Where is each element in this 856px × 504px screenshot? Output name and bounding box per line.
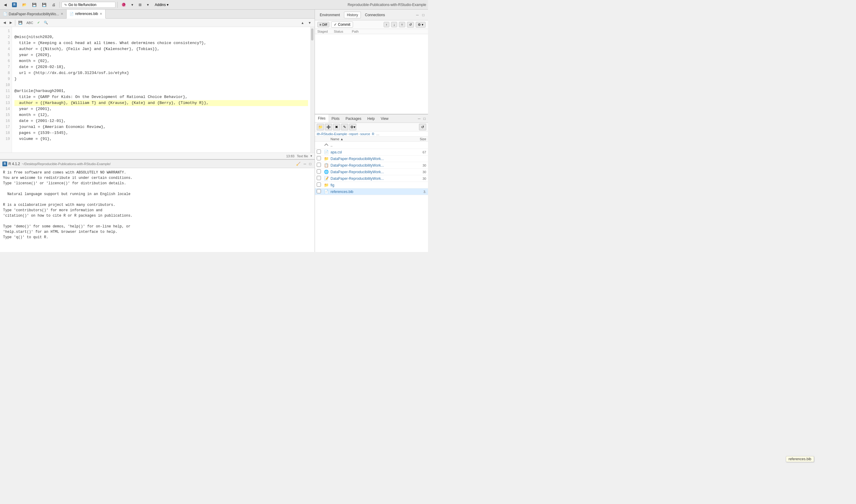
files-delete-btn[interactable]: ✖ [333,124,340,130]
file-checkbox-apa[interactable] [317,149,321,154]
console-controls: 🧹 ─ □ [295,162,312,166]
git-push-btn[interactable]: ↑ [383,22,390,27]
commit-btn[interactable]: ✓ Commit [331,22,353,28]
files-list-header: Name ▲ Size [315,137,428,142]
toolbar-open-btn[interactable]: 📂 [20,2,29,8]
editor-back-btn[interactable]: ◀ [2,20,7,25]
file-check-refbib[interactable] [317,189,324,194]
toolbar-save-all-btn[interactable]: 💾 [40,2,49,8]
file-row-datapaper-html[interactable]: 🌐 DataPaper-ReproducibilityWork... 30 [315,169,428,175]
files-minimize-btn[interactable]: ─ [416,116,422,121]
file-checkbox-dpfolder[interactable] [317,156,321,160]
toolbar-save-btn[interactable]: 💾 [30,2,39,8]
file-name-parent[interactable]: .. [330,143,410,147]
files-rename-btn[interactable]: ✎ [341,124,348,130]
files-tab-packages[interactable]: Packages [343,114,364,123]
file-row-references-bib[interactable]: 📄 references.bib 3. [315,188,428,195]
editor-spellcheck-btn[interactable]: ABC [25,20,35,25]
git-panel: Environment History Connections ─ □ ≡ Di… [315,10,428,114]
editor-search-btn[interactable]: 🔍 [42,20,50,25]
env-tab[interactable]: Environment [317,12,342,18]
breadcrumb-report[interactable]: report [349,132,358,136]
git-minimize-btn[interactable]: ─ [415,13,420,17]
files-refresh-btn[interactable]: ↺ [419,124,426,130]
editor-fwd-btn[interactable]: ▶ [8,20,14,25]
file-row-fig[interactable]: 📁 fig [315,182,428,188]
file-check-dpdocx[interactable] [317,176,324,181]
toolbar-knit-btn[interactable]: 🧶 [119,2,128,8]
git-branch-btn[interactable]: ⑂ [399,22,405,27]
breadcrumb-more-btn[interactable]: … [376,132,379,136]
addins-btn[interactable]: Addins ▾ [152,2,171,8]
file-checkbox-dpdocx[interactable] [317,176,321,180]
history-tab[interactable]: History [344,12,360,18]
files-tab-plots[interactable]: Plots [328,114,343,123]
console-clear-btn[interactable]: 🧹 [295,162,302,166]
files-name-col-header[interactable]: Name ▲ [330,137,410,141]
files-maximize-btn[interactable]: □ [422,116,427,121]
editor-scroll-down-btn[interactable]: ▼ [307,20,313,25]
datapaper-tab-close[interactable]: ✕ [61,12,63,16]
file-row-datapaper-docx[interactable]: 📝 DataPaper-ReproducibilityWork... 30 [315,175,428,182]
editor-save-btn[interactable]: 💾 [17,20,24,25]
file-check-dphtml[interactable] [317,169,324,174]
file-row-apa-csl[interactable]: 📄 apa.csl 67 [315,149,428,156]
code-line-4: author = {{Nitsch}, {Felix Jan} and {Kal… [14,46,308,52]
files-more-btn[interactable]: ⚙ ▾ [349,124,356,130]
files-check-col [317,137,324,141]
git-refresh-btn[interactable]: ↺ [407,22,414,28]
toolbar-back-btn[interactable]: ◀ [2,2,9,8]
file-name-apa[interactable]: apa.csl [330,150,410,154]
file-name-dphtml[interactable]: DataPaper-ReproducibilityWork... [330,170,410,174]
tab-datapaper[interactable]: 📄 DataPaper-ReproducibilityWo... ✕ [0,10,67,18]
go-to-file-btn[interactable]: ⤷ Go to file/function [62,2,116,8]
references-tab-close[interactable]: ✕ [100,12,102,16]
files-new-folder-btn[interactable]: 📁 [317,124,324,130]
toolbar-knit-dropdown[interactable]: ▾ [129,2,135,8]
file-checkbox-fig[interactable] [317,182,321,187]
files-tab-label: Files [318,116,325,121]
editor-check-btn[interactable]: ✓ [36,20,41,25]
file-check-fig[interactable] [317,182,324,187]
git-table-header: Staged Status Path [315,29,428,34]
editor-scroll-thumb[interactable] [311,29,313,40]
file-checkbox-dprmd[interactable] [317,163,321,167]
breadcrumb-source[interactable]: source [360,132,370,136]
diff-btn[interactable]: ≡ Diff [317,22,329,27]
files-add-btn[interactable]: ➕ [325,124,332,130]
git-pull-btn[interactable]: ↓ [391,22,397,27]
file-name-dpfolder[interactable]: DataPaper-ReproducibilityWork... [330,157,410,161]
toolbar-r-btn[interactable]: R [10,1,19,8]
file-name-dprmd[interactable]: DataPaper-ReproducibilityWork... [330,163,410,167]
file-name-fig[interactable]: fig [330,183,410,187]
file-check-apa[interactable] [317,149,324,155]
toolbar-print-btn[interactable]: 🖨 [50,2,57,8]
files-tab-files[interactable]: Files [315,114,328,123]
file-check-dprmd[interactable] [317,163,324,168]
file-row-datapaper-folder[interactable]: 📁 DataPaper-ReproducibilityWork... [315,156,428,162]
console-maximize-btn[interactable]: □ [308,162,312,166]
console-content[interactable]: R is free software and comes with ABSOLU… [0,168,315,252]
breadcrumb-root[interactable]: ith-RStudio-Example [317,132,347,136]
file-name-refbib[interactable]: references.bib [330,190,410,194]
editor-scroll-up-btn[interactable]: ▲ [299,20,306,25]
files-tab-help[interactable]: Help [364,114,378,123]
toolbar-grid-btn[interactable]: ⊞ [136,2,144,8]
file-checkbox-refbib[interactable] [317,189,321,193]
file-check-dpfolder[interactable] [317,156,324,161]
datapaper-tab-label: DataPaper-ReproducibilityWo... [9,12,59,16]
file-checkbox-dphtml[interactable] [317,169,321,174]
file-row-datapaper-rmd[interactable]: 📋 DataPaper-ReproducibilityWork... 30 [315,162,428,169]
toolbar-grid-dropdown[interactable]: ▾ [145,2,151,8]
console-minimize-btn[interactable]: ─ [303,162,307,166]
editor-scrollbar[interactable] [310,27,315,152]
connections-tab[interactable]: Connections [363,12,388,18]
tab-references-bib[interactable]: 📄 references.bib ✕ [67,10,106,19]
git-more-btn[interactable]: ⚙ ▾ [416,22,426,28]
file-name-dpdocx[interactable]: DataPaper-ReproducibilityWork... [330,177,410,181]
code-content-area[interactable]: @misc{nitsch2020, title = {Keeping a coo… [12,27,310,152]
file-type-dropdown-icon[interactable]: ▾ [310,154,312,158]
files-tab-view[interactable]: View [378,114,391,123]
file-row-parent[interactable]: .. [315,142,428,149]
git-maximize-btn[interactable]: □ [421,13,426,17]
